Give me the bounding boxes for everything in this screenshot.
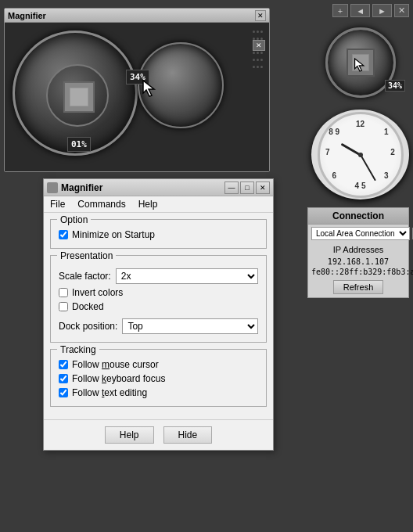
svg-marker-0 (143, 81, 154, 96)
presentation-group-label: Presentation (57, 250, 116, 261)
scale-factor-select[interactable]: 2x 1x 3x 4x (116, 268, 258, 284)
dialog-title-icon (47, 182, 58, 193)
scale-factor-row: Scale factor: 2x 1x 3x 4x (59, 268, 258, 284)
dialog-window-buttons: — □ ✕ (224, 182, 270, 194)
add-button[interactable]: + (332, 4, 348, 17)
dialog-title-text: Magnifier (61, 182, 224, 193)
follow-keyboard-checkbox[interactable] (59, 374, 68, 383)
hide-button[interactable]: Hide (163, 426, 213, 444)
option-group-label: Option (57, 214, 91, 225)
follow-keyboard-row: Follow keyboard focus (59, 373, 258, 384)
dialog-maximize-button[interactable]: □ (240, 182, 254, 194)
minimize-on-startup-row: Minimize on Startup (59, 229, 258, 240)
connection-ip-addresses-label: IP Addresses (308, 243, 408, 257)
help-button[interactable]: Help (105, 426, 154, 444)
dialog-close-button[interactable]: ✕ (256, 182, 270, 194)
right-panel-header: + ◄ ► ✕ (332, 4, 409, 17)
back-button[interactable]: ◄ (350, 4, 370, 17)
dialog-title-bar: Magnifier — □ ✕ (44, 179, 273, 196)
right-panel-close-button[interactable]: ✕ (394, 4, 409, 17)
connection-ip1: 192.168.1.107 (308, 257, 408, 267)
preview-title-bar: Magnifier ✕ (5, 9, 269, 23)
invert-colors-label: Invert colors (72, 287, 123, 298)
dock-position-row: Dock position: Top Left Bottom Right (59, 318, 258, 334)
option-group: Option Minimize on Startup (50, 219, 267, 249)
clock-container: 12 1 2 3 4 5 6 7 8 9 (311, 110, 409, 200)
presentation-group: Presentation Scale factor: 2x 1x 3x 4x I… (50, 255, 267, 343)
dock-position-label: Dock position: (59, 321, 117, 332)
clock-12: 12 (356, 119, 365, 128)
right-percent-badge: 34% (385, 80, 405, 92)
magnifier-preview-window: Magnifier ✕ 34% 01% (4, 8, 270, 172)
percent-01-badge: 01% (67, 137, 91, 152)
connection-select[interactable]: Local Area Connection (311, 227, 410, 240)
follow-text-label: Follow text editing (72, 387, 147, 398)
svg-marker-1 (354, 59, 363, 71)
clock-6: 6 (332, 171, 336, 179)
gauge-inner (46, 64, 109, 127)
follow-mouse-label: Follow mouse cursor (72, 359, 159, 370)
follow-text-row: Follow text editing (59, 387, 258, 398)
chip-icon (63, 81, 95, 113)
forward-button[interactable]: ► (372, 4, 392, 17)
minimize-on-startup-checkbox[interactable] (59, 230, 68, 239)
clock-4-5: 4 5 (355, 182, 366, 190)
tracking-group-label: Tracking (57, 344, 99, 355)
clock-face: 12 1 2 3 4 5 6 7 8 9 (318, 112, 404, 198)
scale-factor-label: Scale factor: (59, 271, 111, 282)
menu-help[interactable]: Help (135, 198, 161, 210)
follow-keyboard-label: Follow keyboard focus (72, 373, 165, 384)
settings-dialog: Magnifier — □ ✕ File Commands Help Optio… (43, 178, 274, 451)
clock-center (358, 153, 363, 157)
right-gauge-container: 34% (311, 23, 409, 102)
clock-minute-hand (360, 154, 376, 181)
minimize-on-startup-label: Minimize on Startup (72, 229, 155, 240)
clock-8-9: 8 9 (329, 128, 339, 136)
right-cursor-icon (354, 57, 366, 75)
clock-3: 3 (384, 171, 389, 179)
follow-mouse-checkbox[interactable] (59, 360, 68, 369)
chip-inner (70, 88, 88, 106)
dialog-body: Option Minimize on Startup Presentation … (44, 213, 273, 419)
connection-title: Connection (308, 208, 408, 225)
preview-close-button[interactable]: ✕ (255, 10, 266, 21)
preview-canvas: 34% 01% ✕ (5, 23, 269, 171)
connection-select-row: Local Area Connection ▼ (308, 225, 408, 243)
follow-text-checkbox[interactable] (59, 388, 68, 397)
refresh-button[interactable]: Refresh (333, 280, 384, 294)
invert-colors-checkbox[interactable] (59, 288, 68, 297)
dialog-menubar: File Commands Help (44, 196, 273, 213)
tracking-group: Tracking Follow mouse cursor Follow keyb… (50, 349, 267, 407)
follow-mouse-row: Follow mouse cursor (59, 359, 258, 370)
dialog-bottom-buttons: Help Hide (44, 419, 273, 450)
connection-ip2: fe80::28ff:b329:f8b3:a44e (308, 267, 408, 277)
preview-inner-close[interactable]: ✕ (253, 40, 265, 51)
docked-label: Docked (72, 301, 104, 312)
preview-title-text: Magnifier (8, 11, 46, 20)
invert-colors-row: Invert colors (59, 287, 258, 298)
menu-file[interactable]: File (47, 198, 68, 210)
docked-row: Docked (59, 301, 258, 312)
connection-panel: Connection Local Area Connection ▼ IP Ad… (307, 207, 409, 298)
menu-commands[interactable]: Commands (74, 198, 128, 210)
dialog-minimize-button[interactable]: — (224, 182, 239, 194)
clock-7: 7 (325, 148, 330, 156)
cursor-icon (142, 79, 157, 98)
dock-position-select[interactable]: Top Left Bottom Right (122, 318, 258, 334)
clock-1: 1 (384, 128, 389, 136)
docked-checkbox[interactable] (59, 302, 68, 311)
clock-2: 2 (390, 148, 395, 156)
